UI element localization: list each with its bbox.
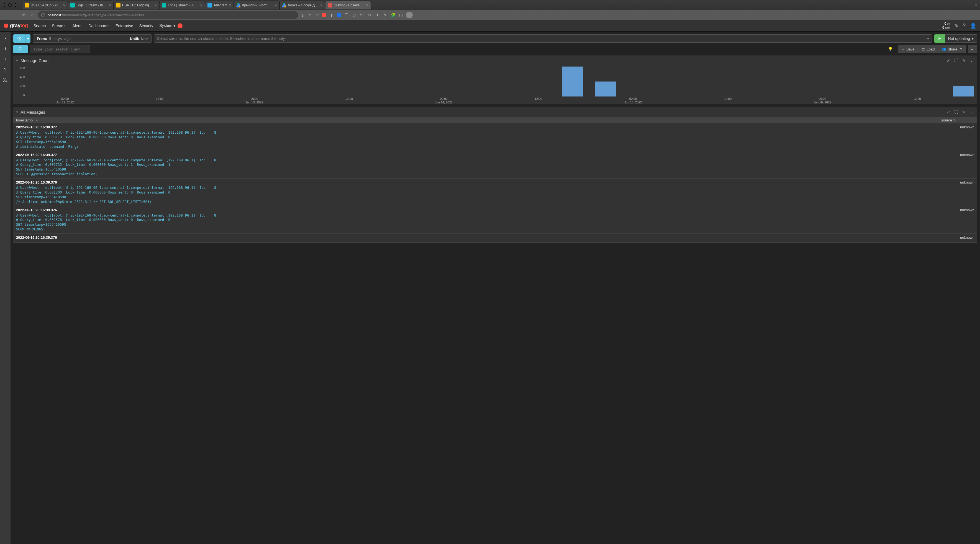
scratchpad-icon[interactable]: ✎ bbox=[954, 23, 958, 29]
time-range-display[interactable]: From: 5 days ago Until: Now bbox=[33, 34, 152, 43]
drag-handle-icon[interactable]: ≡ bbox=[16, 110, 18, 114]
tab-close-icon[interactable]: × bbox=[229, 3, 231, 8]
description-icon[interactable]: ¶ bbox=[1, 65, 10, 74]
sort-icon[interactable]: ⇅ bbox=[953, 118, 956, 122]
fullscreen-icon[interactable]: ⛶ bbox=[953, 109, 959, 115]
browser-tab[interactable]: HSA L13: Logging - Goo × bbox=[114, 0, 159, 10]
browser-tab[interactable]: Telegram × bbox=[205, 0, 234, 10]
nav-item-system[interactable]: System ▾ 1 bbox=[159, 23, 182, 28]
tab-close-icon[interactable]: × bbox=[154, 3, 157, 8]
variables-icon[interactable]: X₁ bbox=[1, 76, 10, 84]
time-range-button[interactable] bbox=[13, 34, 25, 43]
help-icon[interactable]: ? bbox=[963, 23, 966, 29]
message-row[interactable]: 2022-06-16 20:16:39.376 unknown bbox=[13, 234, 977, 242]
share-button[interactable]: 👥Share ? bbox=[938, 45, 966, 53]
filter-icon[interactable]: ⤢ bbox=[946, 109, 951, 115]
bar-chart-plot[interactable] bbox=[27, 67, 974, 96]
zoom-window-button[interactable] bbox=[14, 3, 17, 6]
tab-close-icon[interactable]: × bbox=[109, 3, 111, 8]
share-icon[interactable]: ⇪ bbox=[307, 13, 312, 18]
filter-icon[interactable]: ⤢ bbox=[946, 57, 951, 63]
forward-button[interactable]: → bbox=[11, 12, 18, 18]
query-input[interactable] bbox=[30, 45, 90, 53]
fullscreen-icon[interactable]: ⛶ bbox=[953, 57, 959, 63]
chart-bar[interactable] bbox=[562, 67, 583, 96]
stream-select[interactable]: Select streams the search should include… bbox=[154, 34, 932, 43]
tab-close-icon[interactable]: × bbox=[200, 3, 202, 8]
chart-bar[interactable] bbox=[953, 86, 974, 96]
save-button[interactable]: ☆Save bbox=[898, 45, 918, 53]
message-row[interactable]: 2022-06-16 20:16:39.376 unknown # User@H… bbox=[13, 179, 977, 206]
chevron-down-icon[interactable]: ⌄ bbox=[969, 109, 974, 115]
translate-icon[interactable]: 🗔 bbox=[344, 13, 349, 18]
nav-item-dashboards[interactable]: Dashboards bbox=[88, 24, 110, 28]
load-button[interactable]: 🗀Load bbox=[918, 45, 939, 53]
ext-icon[interactable]: ✦ bbox=[375, 13, 380, 18]
drag-handle-icon[interactable]: ≡ bbox=[16, 58, 18, 63]
message-row[interactable]: 2022-06-16 20:16:39.377 unknown # User@H… bbox=[13, 123, 977, 151]
add-widget-icon[interactable]: ＋ bbox=[1, 55, 10, 63]
tab-title: Graylog - Unsaved Sea bbox=[334, 3, 364, 7]
new-tab-button[interactable]: + bbox=[965, 1, 973, 9]
all-messages-widget: ≡ All Messages ⤢ ⛶ ✎ ⌄ timestamp ↓≡ sour… bbox=[13, 107, 977, 242]
nav-item-enterprise[interactable]: Enterprise bbox=[116, 24, 133, 28]
profile-avatar[interactable] bbox=[406, 12, 413, 18]
x-tick: 12:00 bbox=[724, 97, 732, 101]
message-row[interactable]: 2022-06-16 20:16:39.376 unknown # User@H… bbox=[13, 206, 977, 234]
home-button[interactable]: ⌂ bbox=[29, 12, 35, 18]
search-button[interactable] bbox=[13, 45, 28, 53]
browser-tab[interactable]: Logs | Stream - Kibana × bbox=[68, 0, 114, 10]
query-hint-icon[interactable]: 💡 bbox=[888, 47, 893, 51]
refresh-control[interactable]: Not updating▾ bbox=[945, 34, 977, 43]
more-actions-button[interactable]: ⋯ bbox=[968, 45, 977, 53]
sort-desc-icon[interactable]: ↓≡ bbox=[34, 119, 38, 122]
browser-tab[interactable]: Graylog - Unsaved Sea × bbox=[325, 0, 371, 10]
run-search-button[interactable] bbox=[934, 34, 945, 43]
message-count-widget: ≡ Message Count ⤢ ⛶ ✎ ⌄ 6004002000 00:00… bbox=[13, 56, 977, 104]
edit-icon[interactable]: ✎ bbox=[961, 109, 967, 115]
widget-title: All Messages bbox=[21, 110, 943, 115]
minimize-window-button[interactable] bbox=[8, 3, 12, 6]
tab-close-icon[interactable]: × bbox=[275, 3, 277, 8]
tab-favicon bbox=[207, 3, 212, 8]
tab-close-icon[interactable]: × bbox=[320, 3, 323, 8]
address-bar[interactable]: ⓘ localhost:9000/search?q=&rangetype=rel… bbox=[38, 11, 298, 19]
column-source[interactable]: source ⇅ bbox=[941, 118, 974, 122]
reload-button[interactable]: ⟳ bbox=[20, 12, 27, 18]
shield-icon[interactable]: 🛡 bbox=[360, 13, 364, 18]
tab-close-icon[interactable]: × bbox=[366, 3, 368, 8]
graylog-logo[interactable]: graylog bbox=[4, 23, 28, 29]
ext-icon[interactable]: ▮ bbox=[329, 13, 334, 18]
bookmark-icon[interactable]: ☆ bbox=[315, 13, 320, 18]
ext-icon[interactable]: ✎ bbox=[383, 13, 388, 18]
nav-item-alerts[interactable]: Alerts bbox=[73, 24, 83, 28]
chevron-down-icon[interactable]: ⌄ bbox=[969, 57, 974, 63]
ext-icon[interactable] bbox=[322, 13, 326, 17]
sidepanel-icon[interactable]: ▢ bbox=[398, 13, 403, 18]
time-range-caret[interactable]: ▾ bbox=[25, 34, 30, 43]
password-icon[interactable]: ⚷ bbox=[300, 13, 305, 18]
column-timestamp[interactable]: timestamp ↓≡ bbox=[16, 118, 72, 122]
browser-tab[interactable]: Крымский_мост_.pdf × bbox=[234, 0, 280, 10]
browser-tab[interactable]: HSA L14 DDoS Attacks × bbox=[22, 0, 68, 10]
close-window-button[interactable] bbox=[3, 3, 6, 6]
info-icon[interactable]: ℹ bbox=[1, 45, 10, 53]
back-button[interactable]: ← bbox=[2, 12, 9, 18]
nav-item-streams[interactable]: Streams bbox=[52, 24, 66, 28]
chart-bar[interactable] bbox=[595, 81, 616, 96]
browser-tab[interactable]: Logs | Stream - Kibana × bbox=[159, 0, 205, 10]
sidebar-toggle-icon[interactable]: › bbox=[1, 34, 10, 42]
browser-tab[interactable]: Books – Google Диск × bbox=[280, 0, 325, 10]
ext-icon[interactable]: ⚙ bbox=[367, 13, 372, 18]
message-row[interactable]: 2022-06-16 20:16:39.377 unknown # User@H… bbox=[13, 151, 977, 179]
tab-close-icon[interactable]: × bbox=[63, 3, 65, 8]
extensions-icon[interactable]: 🧩 bbox=[391, 13, 396, 18]
ext-icon[interactable] bbox=[337, 13, 341, 17]
ext-icon[interactable]: ◌ bbox=[352, 13, 357, 18]
tab-overflow-button[interactable]: » bbox=[975, 3, 977, 7]
nav-item-security[interactable]: Security bbox=[139, 24, 153, 28]
edit-icon[interactable]: ✎ bbox=[961, 57, 967, 63]
site-info-icon[interactable]: ⓘ bbox=[41, 13, 45, 18]
user-menu-icon[interactable]: 👤 bbox=[970, 23, 976, 29]
nav-item-search[interactable]: Search bbox=[33, 24, 46, 28]
